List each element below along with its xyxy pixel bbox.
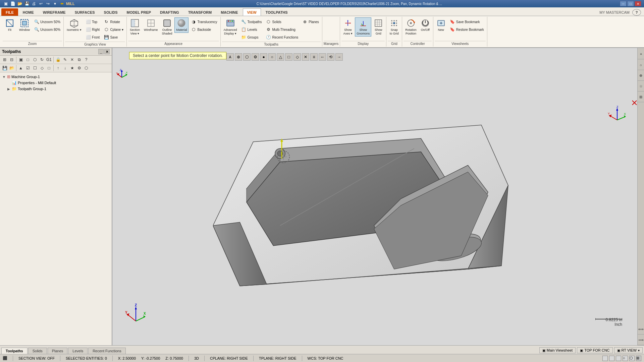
right-btn[interactable]: ⬜ Right [84, 26, 101, 33]
square-btn[interactable]: □ [46, 65, 52, 71]
maximize-btn[interactable]: □ [627, 1, 634, 6]
statusbar-btn4[interactable]: ○ [623, 356, 628, 361]
outline-shaded-btn[interactable]: OutlineShaded [160, 17, 174, 37]
open-qa-btn[interactable]: 📂 [17, 1, 23, 7]
panel-minimize-btn[interactable]: _ [98, 49, 104, 54]
diamond-btn[interactable]: ◇ [39, 65, 45, 71]
multi-threading-btn[interactable]: ⚙ Multi-Threading [264, 26, 300, 33]
tab-view[interactable]: VIEW [243, 8, 261, 16]
statusbar-btn3[interactable] [616, 356, 621, 361]
tab-file[interactable]: FILE [1, 8, 18, 16]
regenerate-btn[interactable]: ↻ [39, 56, 45, 63]
copy-btn[interactable]: ⧉ [76, 56, 83, 63]
rt-view-tab[interactable]: ▣ RT VIEW ▾ [614, 347, 643, 353]
rotate-btn[interactable]: ↻ Rotate [102, 18, 125, 25]
invert-btn[interactable]: ⬡ [32, 56, 38, 63]
properties-item[interactable]: 📊 Properties - Mill Default [1, 80, 110, 86]
print-qa-btn[interactable]: 🖨 [31, 1, 37, 7]
front-btn[interactable]: ⬜ Front [84, 34, 101, 41]
vp-tb-7[interactable]: △ [277, 53, 284, 61]
delete-btn[interactable]: ✕ [69, 56, 75, 63]
statusbar-btn5[interactable]: ⬡ [629, 356, 635, 361]
levels-btn[interactable]: 📋 Levels [239, 26, 264, 33]
customize-qa-btn[interactable]: ▾ [52, 1, 58, 7]
machine-group-item[interactable]: ▼ ⊞ Machine Group-1 [1, 74, 110, 80]
deselect2-btn[interactable]: □ [24, 56, 31, 63]
deselect-btn[interactable]: ⊟ [8, 56, 15, 63]
tab-wireframe[interactable]: WIREFRAME [39, 8, 70, 16]
right-strip-btn2[interactable]: ○ [638, 60, 644, 70]
on-off-btn[interactable]: On/Off [419, 17, 432, 33]
edit-btn[interactable]: ✎ [62, 56, 68, 63]
move-dn-btn[interactable]: ↓ [62, 65, 68, 71]
bottom-tab-solids[interactable]: Solids [28, 348, 47, 354]
shape-btn[interactable]: ⬡ [83, 65, 90, 71]
vp-tb-11[interactable]: ≡ [310, 53, 318, 61]
move-up-btn[interactable]: ↑ [55, 65, 61, 71]
save-qa-btn[interactable]: 💾 [24, 1, 30, 7]
backside-btn[interactable]: ⬡ Backside [189, 26, 219, 33]
bottom-tab-toolpaths[interactable]: Toolpaths [1, 348, 28, 354]
solids-btn[interactable]: ⬡ Solids [264, 18, 300, 25]
save-view-btn[interactable]: 💾 Save [102, 34, 125, 41]
tab-surfaces[interactable]: SURFACES [70, 8, 99, 16]
help-btn[interactable]: ? [632, 9, 641, 16]
vp-tb-8[interactable]: □ [285, 53, 292, 61]
advanced-display-btn[interactable]: AdvancedDisplay ▾ [222, 17, 239, 37]
unzoom50-btn[interactable]: 🔍 Unzoom 50% [32, 18, 62, 25]
up-btn[interactable]: ▲ [17, 65, 24, 71]
vp-tb-4[interactable]: ⚙ [252, 53, 259, 61]
toolpaths-mgr-btn[interactable]: 🔧 Toolpaths [239, 18, 264, 25]
statusbar-btn6[interactable]: ⊞ [636, 356, 641, 361]
right-strip-btn4[interactable]: ☆ [638, 81, 644, 92]
vp-tb-12[interactable]: ↔ [319, 53, 326, 61]
vp-tb-3[interactable]: ⬡ [243, 53, 251, 61]
rotation-position-btn[interactable]: RotationPosition [404, 17, 418, 37]
show-axes-btn[interactable]: ShowAxes ▾ [341, 17, 354, 37]
right-strip-btn7[interactable]: ⟹ [638, 335, 644, 345]
star-btn[interactable]: ★ [69, 65, 75, 71]
section-view-btn[interactable]: SectionView ▾ [128, 17, 142, 37]
vp-tb-2[interactable]: ⊕ [235, 53, 242, 61]
toolpath-group-expand[interactable]: ▶ [7, 87, 11, 91]
tab-transform[interactable]: TRANSFORM [184, 8, 216, 16]
new-viewsheet-btn[interactable]: New [435, 17, 447, 33]
right-strip-btn5[interactable]: ⊞ [638, 92, 644, 102]
main-viewsheet-tab[interactable]: ▣ Main Viewsheet [539, 347, 576, 353]
vp-tb-6[interactable]: ○ [268, 53, 276, 61]
tab-model-prep[interactable]: MODEL PREP [122, 8, 156, 16]
tab-toolpaths[interactable]: TOOLPATHS [261, 8, 292, 16]
redo-qa-btn[interactable]: ↪ [45, 1, 51, 7]
bottom-tab-planes[interactable]: Planes [48, 348, 68, 354]
bottom-tab-levels[interactable]: Levels [68, 348, 88, 354]
vp-tb-5[interactable]: ● [260, 53, 267, 61]
isometric-btn[interactable]: Isometric ▾ [65, 17, 83, 33]
rt-view-close-icon[interactable]: ▾ [638, 349, 640, 352]
show-gnomons-btn[interactable]: ShowGnomons [355, 17, 371, 37]
undo-qa-btn[interactable]: ↩ [38, 1, 44, 7]
autocursor-btn[interactable]: A [226, 53, 234, 61]
right-strip-btn6[interactable]: ⟺ [638, 324, 644, 335]
translucency-btn[interactable]: ◑ Translucency [189, 18, 219, 25]
cplane-btn[interactable]: ⬡ Cplane ▾ [102, 26, 125, 33]
panel-close-btn[interactable]: ✕ [104, 49, 110, 54]
window-btn[interactable]: Window [17, 17, 32, 33]
top-btn[interactable]: ⬜ Top [84, 18, 101, 25]
recent-functions-btn[interactable]: 🕐 Recent Functions [264, 34, 300, 41]
vp-tb-10[interactable]: ✕ [302, 53, 309, 61]
close-btn[interactable]: ✕ [635, 1, 641, 6]
minimize-btn[interactable]: ─ [620, 1, 627, 6]
help-tb-btn[interactable]: ? [83, 56, 90, 63]
tab-drafting[interactable]: DRAFTING [156, 8, 183, 16]
fit-btn[interactable]: Fit [3, 17, 17, 33]
save-bookmark-btn[interactable]: 🔖 Save Bookmark [448, 18, 486, 25]
load-tb-btn[interactable]: 📂 [8, 65, 15, 71]
vp-tb-13[interactable]: ⟲ [327, 53, 334, 61]
vp-tb-14[interactable]: → [335, 53, 343, 61]
restore-bookmark-btn[interactable]: 🔖 Restore Bookmark [448, 26, 486, 33]
groups-btn[interactable]: 📁 Groups [239, 34, 264, 41]
select-all-btn[interactable]: ⊞ [1, 56, 8, 63]
save-tb-btn[interactable]: 💾 [1, 65, 8, 71]
check-btn[interactable]: ☑ [24, 65, 31, 71]
tab-machine[interactable]: MACHINE [216, 8, 242, 16]
